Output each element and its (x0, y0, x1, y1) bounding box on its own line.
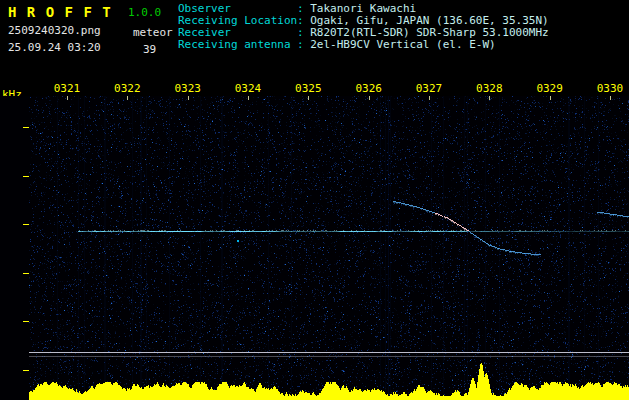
info-label: Receiving antenna (178, 39, 297, 51)
info-separator: : (297, 38, 310, 51)
meteor-count: 39 (143, 43, 156, 56)
station-info: Observer: Takanori Kawachi Receiving Loc… (178, 3, 549, 51)
app-version: 1.0.0 (128, 6, 161, 19)
hrofft-output: H R O F F T 1.0.0 2509240320.png meteor … (0, 0, 629, 400)
time-tick-label: 0329 (536, 82, 563, 95)
output-filename: 2509240320.png (8, 24, 101, 37)
info-row-antenna: Receiving antenna: 2el-HB9CV Vertical (e… (178, 39, 549, 51)
time-tick-label: 0324 (235, 82, 262, 95)
spectrogram-canvas (0, 96, 629, 400)
time-tick-label: 0323 (174, 82, 201, 95)
time-tick-label: 0330 (597, 82, 624, 95)
time-tick-label: 0328 (476, 82, 503, 95)
time-tick-label: 0325 (295, 82, 322, 95)
info-value: 2el-HB9CV Vertical (el. E-W) (310, 38, 495, 51)
time-tick-label: 0326 (355, 82, 382, 95)
time-tick-label: 0322 (114, 82, 141, 95)
time-tick-label: 0327 (416, 82, 443, 95)
time-tick-label: 0321 (54, 82, 81, 95)
observation-datetime: 25.09.24 03:20 (8, 41, 101, 54)
app-title: H R O F F T (8, 4, 112, 20)
observation-mode: meteor (133, 26, 173, 39)
